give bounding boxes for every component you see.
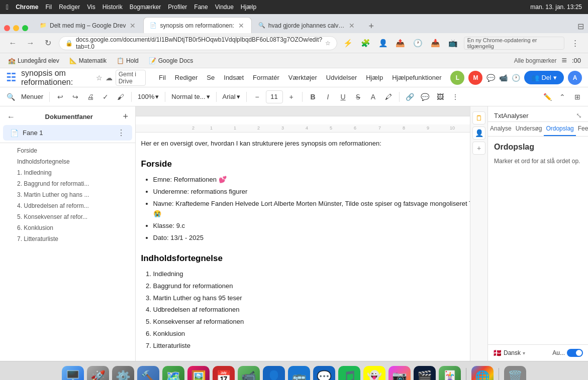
bookmark-lundegard[interactable]: 🏫 Lundegård elev xyxy=(4,56,63,65)
tab-close-1[interactable]: ✕ xyxy=(129,21,137,31)
right-btn-user[interactable]: 👤 xyxy=(472,126,485,140)
app-menu-historik[interactable]: Historik xyxy=(103,4,123,11)
dock-calendar[interactable]: 📅 xyxy=(213,366,235,381)
docs-cloud-icon[interactable]: ☁ xyxy=(106,74,113,82)
docs-history-icon[interactable]: 🕐 xyxy=(512,74,520,82)
tab-close-3[interactable]: ✕ xyxy=(348,21,356,31)
toolbar-font-dropdown[interactable]: Arial ▾ xyxy=(221,90,242,103)
toolbar-spellcheck-btn[interactable]: ✓ xyxy=(99,90,112,103)
dock-launchpad[interactable]: 🚀 xyxy=(87,366,109,381)
avatar-1[interactable]: L xyxy=(450,71,464,85)
chromecast-icon[interactable]: 📺 xyxy=(446,36,460,50)
txt-tab-ordopslag[interactable]: Ordopslag xyxy=(544,122,575,136)
dock-xcode[interactable]: 🔨 xyxy=(137,366,159,381)
profile-icon[interactable]: 👤 xyxy=(376,36,390,50)
menu-fil[interactable]: Fil xyxy=(155,72,170,83)
menu-formater[interactable]: Formatér xyxy=(249,72,283,83)
reload-btn[interactable]: ↻ xyxy=(41,36,55,50)
bookmark-hold[interactable]: 📋 Hold xyxy=(113,56,143,65)
dock-photos[interactable]: 🖼️ xyxy=(187,366,210,381)
toolbar-font-decrease-btn[interactable]: − xyxy=(251,90,264,103)
toolbar-highlight-btn[interactable]: 🖍 xyxy=(382,90,395,103)
back-btn[interactable]: ← xyxy=(6,36,20,50)
menu-udvidelser[interactable]: Udvidelser xyxy=(322,72,361,83)
txt-panel-resize-icon[interactable]: ⤡ xyxy=(576,111,582,119)
toolbar-zoom-dropdown[interactable]: 100% ▾ xyxy=(136,90,161,103)
toolbar-strikethrough-btn[interactable]: S̶ xyxy=(352,90,365,103)
toolbar-underline-btn[interactable]: U xyxy=(337,90,350,103)
menu-indsaet[interactable]: Indsæt xyxy=(220,72,248,83)
menu-hjaelp[interactable]: Hjælp xyxy=(362,72,387,83)
docs-star-icon[interactable]: ☆ xyxy=(96,74,103,82)
save-icon[interactable]: 📥 xyxy=(429,36,442,50)
close-window-btn[interactable] xyxy=(4,25,10,31)
bookmark-google-docs[interactable]: 📝 Google Docs xyxy=(145,56,197,65)
app-menu-fane[interactable]: Fane xyxy=(194,4,208,11)
dock-snapchat[interactable]: 👻 xyxy=(363,366,385,381)
dock-solitaire[interactable]: 🃏 xyxy=(439,366,461,381)
sidebar-outline-konsekvenser[interactable]: 5. Konsekvenser af refor... xyxy=(3,211,132,222)
dock-instagram[interactable]: 📷 xyxy=(388,366,411,381)
app-menu-chrome[interactable]: Chrome xyxy=(16,4,38,11)
toolbar-style-dropdown[interactable]: Normal te... ▾ xyxy=(169,90,212,103)
sidebar-outline-martin[interactable]: 3. Martin Luther og hans ... xyxy=(3,189,132,200)
app-menu-hjaelp[interactable]: Hjælp xyxy=(241,4,256,11)
app-menu-profiler[interactable]: Profiler xyxy=(168,4,187,11)
tab-bar-minimize[interactable]: ⊟ xyxy=(577,22,584,31)
app-menu-vis[interactable]: Vis xyxy=(87,4,95,11)
toolbar-edit-mode-btn[interactable]: ✏️ xyxy=(541,90,554,103)
toolbar-italic-btn[interactable]: I xyxy=(322,90,335,103)
sidebar-outline-udbredelsen[interactable]: 4. Udbredelsen af reform... xyxy=(3,200,132,211)
share-icon[interactable]: 📤 xyxy=(394,36,408,50)
doc-page[interactable]: 2 1 1 2 3 4 5 6 7 8 9 10 11 xyxy=(136,116,470,361)
bookmark-star-icon[interactable]: ☆ xyxy=(325,40,331,47)
txt-tab-feedback[interactable]: Feedback xyxy=(576,122,588,136)
toolbar-undo-btn[interactable]: ↩ xyxy=(54,90,67,103)
videocam-icon[interactable]: 📹 xyxy=(499,74,508,82)
toolbar-image-btn[interactable]: 🖼 xyxy=(434,90,447,103)
dock-spotify[interactable]: 🎵 xyxy=(338,366,360,381)
right-btn-add[interactable]: + xyxy=(472,142,485,155)
toolbar-font-increase-btn[interactable]: + xyxy=(285,90,298,103)
dock-facebook[interactable]: 👤 xyxy=(263,366,285,381)
sidebar-outline-litteratur[interactable]: 7. Litteraturliste xyxy=(3,233,132,244)
right-btn-note[interactable]: 🗒 xyxy=(472,111,485,124)
menu-vaerktojer[interactable]: Værktøjer xyxy=(284,72,321,83)
new-tab-btn[interactable]: + xyxy=(364,19,378,33)
share-btn[interactable]: 👥 Del ▾ xyxy=(524,71,564,84)
sidebar-outline-indhold[interactable]: Indholdsfortegnelse xyxy=(3,156,132,167)
sidebar-outline-konklusion[interactable]: 6. Konklusion xyxy=(3,222,132,233)
sidebar-outline-indledning[interactable]: 1. Indledning xyxy=(3,167,132,178)
menu-hjaelpefunktioner[interactable]: Hjælpefunktioner xyxy=(388,72,445,83)
sidebar-outline-baggrund[interactable]: 2. Baggrund for reformati... xyxy=(3,178,132,189)
url-bar[interactable]: 🔒 docs.google.com/document/d/1I1BwNDtjTB… xyxy=(59,36,337,50)
bookmark-matematik[interactable]: 📐 Matematik xyxy=(65,56,111,65)
avatar-2[interactable]: M xyxy=(468,71,482,85)
toolbar-redo-btn[interactable]: ↪ xyxy=(69,90,82,103)
save-to-drive-btn[interactable]: Gemt i Drive xyxy=(116,70,146,86)
performance-icon[interactable]: ⚡ xyxy=(341,36,355,50)
menu-rediger[interactable]: Rediger xyxy=(171,72,202,83)
app-menu-rediger[interactable]: Rediger xyxy=(59,4,80,11)
toolbar-menus-label[interactable]: Menuer xyxy=(19,93,45,100)
tab-synopsis[interactable]: 📄 synopsis om reformationen: ✕ xyxy=(143,17,251,33)
sidebar-add-btn[interactable]: + xyxy=(123,111,128,122)
dock-disney[interactable]: 🎬 xyxy=(414,366,436,381)
update-banner[interactable]: En ny Chrome-opdatering er tilgængelig xyxy=(464,37,565,50)
bookmark-settings-icon[interactable]: ≡ xyxy=(561,55,567,66)
history-icon[interactable]: 🕐 xyxy=(411,36,425,50)
toolbar-chevron-up-btn[interactable]: ⌃ xyxy=(556,90,569,103)
dock-chrome[interactable]: 🌐 xyxy=(471,366,494,381)
dock-facetime[interactable]: 📹 xyxy=(238,366,260,381)
tab-delt-med-mig[interactable]: 📁 Delt med mig – Google Drev ✕ xyxy=(33,17,143,33)
app-menu-bogmaerker[interactable]: Bogmærker xyxy=(130,4,161,11)
toolbar-comment-btn[interactable]: 💬 xyxy=(419,90,432,103)
all-bookmarks[interactable]: Alle bogmærker xyxy=(514,57,557,64)
dock-transit[interactable]: 🚌 xyxy=(288,366,310,381)
sidebar-tab-fane1[interactable]: 📄 Fane 1 ⋮ xyxy=(3,125,132,141)
toolbar-textcolor-btn[interactable]: A xyxy=(367,90,380,103)
minimize-window-btn[interactable] xyxy=(13,25,19,31)
toolbar-bold-btn[interactable]: B xyxy=(307,90,320,103)
txt-tab-undersoeg[interactable]: Undersøg xyxy=(514,122,544,136)
toolbar-print-btn[interactable]: 🖨 xyxy=(84,90,97,103)
